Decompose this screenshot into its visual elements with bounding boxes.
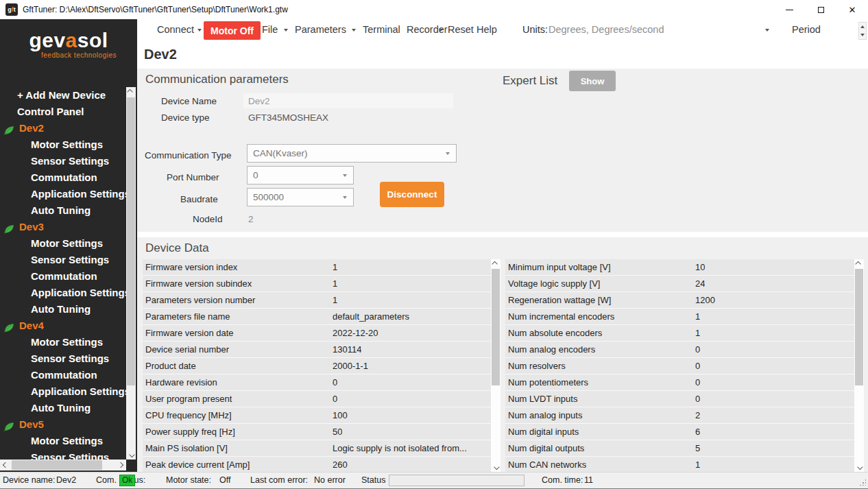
table-row: Voltage logic supply [V]24 [505,276,854,292]
row-label: Parameters file name [143,311,333,322]
file-caret-icon [284,29,288,32]
motor-off-button[interactable]: Motor Off [204,21,261,40]
table-row: Product date2000-1-1 [143,358,491,374]
row-value: 50 [333,427,342,437]
sidebar-item-application-settings[interactable]: Application Settings [0,186,126,202]
sidebar-item-sensor-settings[interactable]: Sensor Settings [0,350,126,367]
show-button[interactable]: Show [569,71,616,91]
row-label: Num digital outputs [505,443,695,453]
sidebar-item-sensor-settings[interactable]: Sensor Settings [0,153,126,169]
sidebar-item-application-settings[interactable]: Application Settings [0,383,126,400]
statusbar-last-com-error-value: No error [314,475,346,485]
row-label: Num analog encoders [505,344,695,355]
sidebar-item-auto-tuning[interactable]: Auto Tuning [0,202,126,219]
sidebar-item-motor-settings[interactable]: Motor Settings [0,136,126,153]
page-title: Dev2 [144,47,177,62]
select-caret-icon [446,152,450,155]
menu-file[interactable]: File [262,24,278,35]
maximize-button[interactable] [805,0,836,19]
scrollbar-thumb[interactable] [12,460,102,470]
parameters-caret-icon [352,29,356,32]
menu-terminal[interactable]: Terminal [363,24,400,35]
scroll-down-icon[interactable] [491,462,501,472]
device-data-table-right: Minimum input voltage [V]10 Voltage logi… [505,259,854,472]
spinner-down-icon[interactable] [860,34,865,36]
disconnect-button[interactable]: Disconnect [380,182,444,207]
sidebar-item-auto-tuning[interactable]: Auto Tuning [0,400,126,416]
sidebar-item-add-new-device[interactable]: + Add New Device [0,87,126,104]
row-label: User program present [143,394,333,404]
port-number-select[interactable]: 0 [247,166,354,184]
table-row: Num CAN networks1 [505,457,854,472]
sidebar: gevasol feedback technologies + Add New … [0,19,137,472]
spinner-up-icon[interactable] [860,25,865,28]
resize-grip-icon[interactable] [859,479,866,486]
row-value: 1 [333,295,337,305]
row-value: 0 [333,394,337,404]
scrollbar-thumb[interactable] [855,269,863,385]
scrollbar-thumb[interactable] [492,269,500,385]
row-value: 1 [333,262,337,272]
row-label: Num CAN networks [505,460,695,470]
row-value: 0 [695,361,700,371]
sidebar-item-commutation[interactable]: Commutation [0,169,126,186]
scroll-up-icon[interactable] [126,87,136,97]
sidebar-item-commutation[interactable]: Commutation [0,268,126,285]
sidebar-device-dev5[interactable]: Dev5 [0,416,126,433]
row-value: Logic supply is not isolated from... [333,443,467,453]
sidebar-item-control-panel[interactable]: Control Panel [0,104,126,120]
status-bar: Device name: Dev2 Com. Status: Ok Motor … [0,472,868,488]
sidebar-item-commutation[interactable]: Commutation [0,367,126,383]
baudrate-value: 500000 [253,192,284,202]
row-label: Num digital inputs [505,427,695,437]
sidebar-item-application-settings[interactable]: Application Settings [0,285,126,301]
scroll-right-icon[interactable] [115,460,126,470]
row-value: 24 [695,278,705,289]
row-value: 2022-12-20 [333,328,378,338]
menu-reset[interactable]: Reset [448,24,474,35]
leaf-icon [3,420,14,433]
row-value: 1 [333,278,337,289]
row-label: Product date [143,361,333,371]
menu-parameters[interactable]: Parameters [295,24,346,35]
scroll-down-icon[interactable] [126,450,136,460]
row-label: CPU frequency [MHz] [143,410,333,420]
period-spinner[interactable] [858,22,867,40]
sidebar-device-dev4[interactable]: Dev4 [0,318,126,334]
com-status-badge: Ok [119,475,135,486]
right-table-scrollbar[interactable] [854,259,864,472]
statusbar-status-label: Status [361,475,385,485]
sidebar-device-dev2[interactable]: Dev2 [0,120,126,136]
scroll-left-icon[interactable] [0,460,11,470]
scroll-down-icon[interactable] [854,462,864,472]
minimize-button[interactable] [773,0,805,19]
table-row: Firmware version index1 [143,259,491,276]
close-button[interactable]: ✕ [836,0,868,19]
scroll-up-icon[interactable] [854,259,864,269]
communication-type-select[interactable]: CAN(Kvaser) [247,144,457,163]
row-label: Device serial number [143,344,333,355]
row-label: Parameters version number [143,295,333,305]
row-value: 130114 [333,344,361,355]
sidebar-item-motor-settings[interactable]: Motor Settings [0,433,126,449]
baudrate-select[interactable]: 500000 [247,188,354,206]
sidebar-item-motor-settings[interactable]: Motor Settings [0,235,126,252]
row-value: 0 [695,394,700,404]
scroll-up-icon[interactable] [491,259,501,269]
units-caret-icon [765,29,769,32]
statusbar-com-time-value: 11 [584,475,593,485]
sidebar-item-motor-settings[interactable]: Motor Settings [0,334,126,350]
sidebar-horizontal-scrollbar[interactable] [0,460,126,470]
sidebar-vertical-scrollbar[interactable] [126,87,136,460]
status-progress-bar [389,475,525,486]
scrollbar-thumb[interactable] [127,97,135,385]
menu-help[interactable]: Help [477,24,497,35]
sidebar-item-sensor-settings[interactable]: Sensor Settings [0,252,126,268]
menu-connect[interactable]: Connect [157,24,194,35]
sidebar-device-dev3[interactable]: Dev3 [0,219,126,235]
sidebar-item-auto-tuning[interactable]: Auto Tuning [0,301,126,318]
statusbar-motor-state-label: Motor state: [166,475,211,485]
table-row: Num absolute encoders1 [505,325,854,342]
left-table-scrollbar[interactable] [491,259,501,472]
units-select[interactable]: Degrees, Degrees/second [548,24,664,35]
